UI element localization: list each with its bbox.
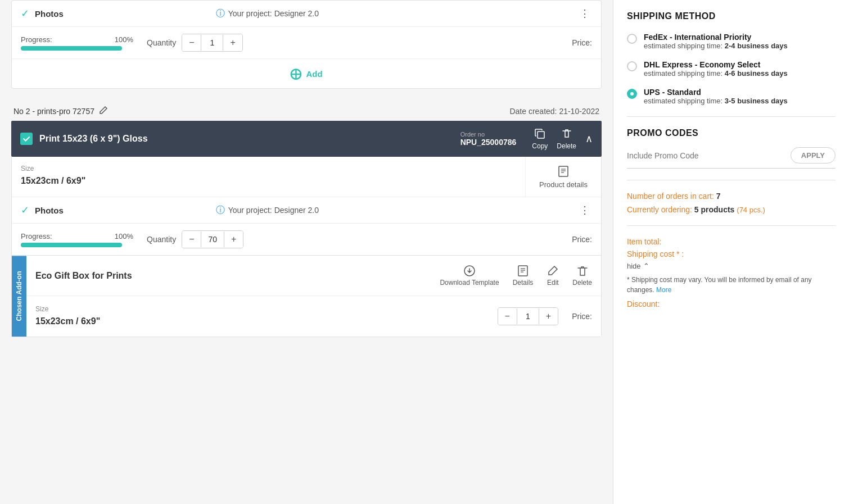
shipping-note: * Shipping cost may vary. You will be in…	[627, 275, 836, 295]
eco-qty-increase-btn[interactable]: +	[539, 308, 558, 325]
eco-title: Eco Gift Box for Prints	[35, 271, 433, 281]
eco-price-section: Price:	[572, 312, 592, 321]
eco-delete-btn[interactable]: Delete	[572, 265, 592, 287]
discount-label: Discount:	[627, 299, 660, 308]
eco-size-value: 15x23cm / 6x9"	[35, 315, 484, 328]
qty-value-2: 70	[201, 231, 224, 247]
size-section-2: Size 15x23cm / 6x9"	[12, 157, 526, 197]
shipping-dhl-prefix: estimated shipping time:	[644, 69, 725, 78]
shipping-fedex-prefix: estimated shipping time:	[644, 42, 725, 50]
qty-control-1: − 1 +	[182, 34, 243, 52]
more-link[interactable]: More	[656, 286, 671, 294]
orders-in-cart-label: Number of orders in cart:	[627, 192, 714, 201]
currently-ordering-row: Currently ordering: 5 products (74 pcs.)	[627, 205, 836, 214]
check-box-2	[20, 133, 33, 145]
eco-actions: Download Template Details	[440, 265, 592, 287]
shipping-fedex-time: estimated shipping time: 2-4 business da…	[644, 42, 788, 50]
date-created-2: Date created: 21-10-2022	[509, 107, 599, 116]
eco-delete-label: Delete	[572, 279, 592, 287]
progress-value-1: 100%	[115, 35, 133, 44]
progress-bar-fill-1	[21, 46, 122, 51]
project-info-1: ⓘ Your project: Designer 2.0	[216, 8, 577, 20]
edit-icon-2[interactable]	[99, 106, 108, 116]
divider-2	[627, 180, 836, 180]
dots-menu-1[interactable]: ⋮	[577, 7, 592, 20]
eco-price-label: Price:	[572, 312, 592, 321]
shipping-ups-prefix: estimated shipping time:	[644, 97, 725, 105]
copy-label-2: Copy	[532, 142, 548, 150]
shipping-section: SHIPPING METHOD FedEx - International Pr…	[627, 11, 836, 105]
eco-edit-btn[interactable]: Edit	[547, 265, 559, 287]
radio-fedex[interactable]	[627, 34, 637, 44]
shipping-fedex-days: 2-4 business days	[725, 42, 788, 50]
svg-rect-0	[538, 131, 544, 138]
eco-gift-box-card: Chosen Add-on Eco Gift Box for Prints	[12, 255, 601, 337]
price-section-1: Price:	[572, 38, 592, 47]
info-icon-2: ⓘ	[216, 205, 225, 216]
chosen-addon-badge: Chosen Add-on	[12, 256, 26, 337]
shipping-cost-row: Shipping cost * :	[627, 249, 836, 258]
eco-qty-decrease-btn[interactable]: −	[498, 308, 517, 325]
copy-button-2[interactable]: Copy	[532, 128, 548, 150]
radio-ups[interactable]	[627, 89, 637, 99]
project-text-1: Your project: Designer 2.0	[228, 9, 319, 18]
info-icon-1: ⓘ	[216, 8, 225, 20]
progress-bar-fill-2	[21, 243, 122, 247]
dark-header-2: Print 15x23 (6 x 9") Gloss Order no NPU_…	[11, 121, 602, 157]
qty-control-2: − 70 +	[182, 230, 243, 248]
shipping-note-text: * Shipping cost may vary. You will be in…	[627, 276, 812, 294]
shipping-option-dhl[interactable]: DHL Express - Economy Select estimated s…	[627, 60, 836, 78]
item-total-label: Item total:	[627, 237, 661, 246]
item-total-row: Item total:	[627, 237, 836, 246]
promo-title: PROMO CODES	[627, 128, 836, 138]
pq-row-2: Progress: 100% Quantity − 70 +	[12, 224, 601, 255]
qty-increase-btn-2[interactable]: +	[224, 231, 243, 248]
radio-dhl[interactable]	[627, 61, 637, 71]
shipping-option-ups[interactable]: UPS - Standard estimated shipping time: …	[627, 88, 836, 105]
dots-menu-2[interactable]: ⋮	[577, 204, 592, 216]
check-icon-2: ✓	[21, 204, 29, 216]
quantity-label-1: Quantity	[147, 38, 176, 47]
shipping-title: SHIPPING METHOD	[627, 11, 836, 21]
eco-details-label: Details	[513, 279, 534, 287]
eco-inner: Eco Gift Box for Prints Download Templat…	[26, 256, 601, 337]
eco-edit-label: Edit	[547, 279, 559, 287]
orders-in-cart-value: 7	[716, 192, 721, 201]
eco-size-label: Size	[35, 305, 484, 313]
collapse-btn-2[interactable]: ∧	[585, 133, 593, 145]
delete-button-2[interactable]: Delete	[557, 128, 576, 150]
shipping-option-fedex[interactable]: FedEx - International Priority estimated…	[627, 33, 836, 50]
currently-ordering-bold: 5 products	[694, 205, 737, 214]
progress-section-1: Progress: 100%	[21, 35, 133, 51]
shipping-dhl-info: DHL Express - Economy Select estimated s…	[644, 60, 788, 78]
qty-decrease-btn-2[interactable]: −	[182, 231, 201, 248]
download-template-label: Download Template	[440, 279, 499, 287]
shipping-fedex-name: FedEx - International Priority	[644, 33, 788, 42]
add-row-1[interactable]: ⨁ Add	[12, 58, 601, 88]
quantity-section-2: Quantity − 70 +	[147, 230, 243, 248]
shipping-dhl-days: 4-6 business days	[725, 69, 788, 78]
quantity-section-1: Quantity − 1 +	[147, 34, 243, 52]
price-section-2: Price:	[572, 235, 592, 244]
add-circle-icon-1: ⨁	[290, 67, 301, 80]
qty-decrease-btn-1[interactable]: −	[182, 34, 201, 51]
add-label-1: Add	[306, 69, 322, 79]
order-no-left-2: No 2 - prints-pro 72757	[13, 106, 108, 116]
shipping-ups-time: estimated shipping time: 3-5 business da…	[644, 97, 788, 105]
progress-bar-bg-2	[21, 243, 122, 247]
qty-increase-btn-1[interactable]: +	[223, 34, 242, 51]
apply-button[interactable]: APPLY	[791, 147, 836, 164]
download-template-btn[interactable]: Download Template	[440, 265, 499, 287]
project-text-2: Your project: Designer 2.0	[228, 206, 319, 215]
orders-in-cart-row: Number of orders in cart: 7	[627, 192, 836, 201]
price-label-1: Price:	[572, 38, 592, 47]
promo-input[interactable]	[627, 151, 784, 160]
product-details-section-2[interactable]: Product details	[526, 157, 601, 197]
shipping-ups-info: UPS - Standard estimated shipping time: …	[644, 88, 788, 105]
eco-size-qty-row: Size 15x23cm / 6x9" − 1 + Price:	[26, 296, 601, 337]
shipping-ups-days: 3-5 business days	[725, 97, 788, 105]
hide-row[interactable]: hide ⌃	[627, 262, 836, 270]
eco-details-btn[interactable]: Details	[513, 265, 534, 287]
currently-ordering-label: Currently ordering:	[627, 205, 692, 214]
eco-header-row: Eco Gift Box for Prints Download Templat…	[26, 256, 601, 296]
